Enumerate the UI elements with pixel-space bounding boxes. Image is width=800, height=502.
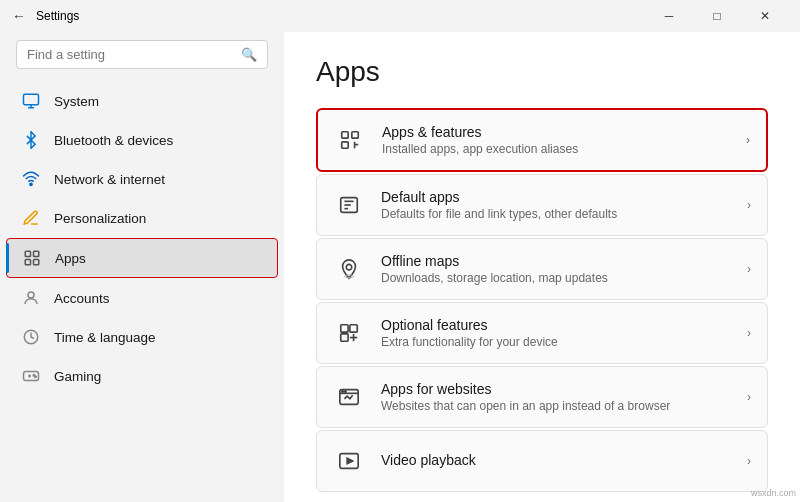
optional-features-icon (333, 317, 365, 349)
maximize-button[interactable]: □ (694, 0, 740, 32)
page-title: Apps (316, 56, 768, 88)
sidebar-item-apps[interactable]: Apps (6, 238, 278, 278)
accounts-icon (22, 289, 40, 307)
svg-rect-15 (342, 132, 348, 138)
svg-rect-17 (342, 142, 348, 148)
settings-item-offline-maps[interactable]: Offline maps Downloads, storage location… (316, 238, 768, 300)
svg-rect-28 (341, 334, 348, 341)
sidebar-item-network[interactable]: Network & internet (6, 160, 278, 198)
app-body: 🔍 System Bluetooth & devices Network & i… (0, 32, 800, 502)
settings-item-optional-features[interactable]: Optional features Extra functionality fo… (316, 302, 768, 364)
offline-maps-icon (333, 253, 365, 285)
apps-websites-icon (333, 381, 365, 413)
titlebar: ← Settings ─ □ ✕ (0, 0, 800, 32)
settings-item-video-playback[interactable]: Video playback › (316, 430, 768, 492)
sidebar: 🔍 System Bluetooth & devices Network & i… (0, 32, 284, 502)
personalization-icon (22, 209, 40, 227)
sidebar-item-personalization[interactable]: Personalization (6, 199, 278, 237)
chevron-right-icon: › (747, 262, 751, 276)
titlebar-title: Settings (36, 9, 79, 23)
sidebar-item-system[interactable]: System (6, 82, 278, 120)
svg-rect-0 (24, 94, 39, 105)
sidebar-item-bluetooth[interactable]: Bluetooth & devices (6, 121, 278, 159)
svg-point-14 (35, 376, 37, 378)
item-title: Apps for websites (381, 381, 731, 397)
video-playback-icon (333, 445, 365, 477)
back-button[interactable]: ← (12, 8, 26, 24)
svg-marker-35 (347, 458, 353, 464)
svg-rect-26 (341, 325, 348, 332)
sidebar-item-label: System (54, 94, 99, 109)
chevron-right-icon: › (747, 454, 751, 468)
titlebar-left: ← Settings (12, 8, 79, 24)
item-title: Optional features (381, 317, 731, 333)
sidebar-item-label: Accounts (54, 291, 110, 306)
system-icon (22, 92, 40, 110)
close-button[interactable]: ✕ (742, 0, 788, 32)
svg-point-8 (28, 292, 34, 298)
svg-rect-27 (350, 325, 357, 332)
item-subtitle: Defaults for file and link types, other … (381, 207, 731, 221)
bluetooth-icon (22, 131, 40, 149)
content-area: Apps Apps & features Installed apps, app… (284, 32, 800, 502)
svg-rect-16 (352, 132, 358, 138)
svg-point-3 (30, 183, 32, 185)
sidebar-item-label: Gaming (54, 369, 101, 384)
search-container: 🔍 (16, 40, 268, 69)
svg-rect-4 (25, 251, 30, 256)
item-subtitle: Extra functionality for your device (381, 335, 731, 349)
sidebar-item-label: Bluetooth & devices (54, 133, 173, 148)
settings-item-apps-features[interactable]: Apps & features Installed apps, app exec… (316, 108, 768, 172)
default-apps-icon (333, 189, 365, 221)
chevron-right-icon: › (747, 198, 751, 212)
chevron-right-icon: › (747, 390, 751, 404)
settings-list: Apps & features Installed apps, app exec… (316, 108, 768, 492)
gaming-icon (22, 367, 40, 385)
item-title: Default apps (381, 189, 731, 205)
minimize-button[interactable]: ─ (646, 0, 692, 32)
item-title: Apps & features (382, 124, 730, 140)
chevron-right-icon: › (747, 326, 751, 340)
svg-point-33 (345, 391, 346, 392)
item-subtitle: Downloads, storage location, map updates (381, 271, 731, 285)
item-subtitle: Installed apps, app execution aliases (382, 142, 730, 156)
settings-item-apps-websites[interactable]: Apps for websites Websites that can open… (316, 366, 768, 428)
apps-icon (23, 249, 41, 267)
apps-features-icon (334, 124, 366, 156)
network-icon (22, 170, 40, 188)
svg-point-24 (346, 264, 352, 270)
nav-list: System Bluetooth & devices Network & int… (0, 81, 284, 396)
chevron-right-icon: › (746, 133, 750, 147)
titlebar-controls: ─ □ ✕ (646, 0, 788, 32)
svg-point-32 (342, 391, 343, 392)
svg-rect-6 (25, 260, 30, 265)
item-subtitle: Websites that can open in an app instead… (381, 399, 731, 413)
svg-rect-7 (34, 260, 39, 265)
search-input[interactable] (27, 47, 233, 62)
time-icon (22, 328, 40, 346)
sidebar-item-label: Personalization (54, 211, 146, 226)
item-title: Video playback (381, 452, 731, 468)
svg-point-25 (344, 275, 353, 278)
sidebar-item-accounts[interactable]: Accounts (6, 279, 278, 317)
sidebar-item-time[interactable]: Time & language (6, 318, 278, 356)
sidebar-item-gaming[interactable]: Gaming (6, 357, 278, 395)
settings-item-default-apps[interactable]: Default apps Defaults for file and link … (316, 174, 768, 236)
sidebar-item-label: Apps (55, 251, 86, 266)
item-title: Offline maps (381, 253, 731, 269)
sidebar-item-label: Network & internet (54, 172, 165, 187)
search-icon: 🔍 (241, 47, 257, 62)
svg-rect-5 (34, 251, 39, 256)
sidebar-item-label: Time & language (54, 330, 156, 345)
